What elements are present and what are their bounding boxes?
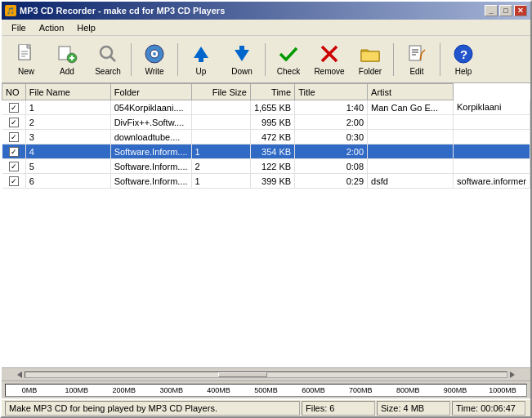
row-checkbox-cell (2, 115, 26, 130)
row-folder (191, 100, 250, 115)
row-no: 2 (25, 115, 110, 130)
file-list[interactable]: NO File Name Folder File Size Time Title… (2, 83, 530, 367)
up-label: Up (196, 67, 207, 76)
search-button[interactable]: Search (88, 39, 127, 80)
add-label: Add (60, 67, 74, 76)
svg-rect-20 (409, 46, 421, 60)
menu-file[interactable]: File (5, 21, 33, 34)
table-row[interactable]: 4Software.Inform....1354 KB2:00 (2, 145, 530, 159)
row-checkbox[interactable] (9, 118, 19, 127)
progress-200mb: 200MB (101, 386, 148, 394)
up-button[interactable]: Up (181, 39, 221, 80)
search-label: Search (95, 67, 121, 76)
main-window: 🎵 MP3 CD Recorder - make cd for MP3 CD P… (0, 0, 532, 418)
row-filename: downloadtube.... (110, 130, 191, 145)
row-filesize: 472 KB (250, 130, 294, 145)
scroll-left-icon[interactable] (15, 370, 25, 380)
col-artist: Artist (368, 84, 454, 100)
progress-1000mb: 1000MB (479, 386, 526, 394)
row-folder: 1 (191, 174, 250, 189)
row-checkbox[interactable] (9, 162, 19, 171)
row-checkbox-cell (2, 145, 26, 159)
write-button[interactable]: Write (135, 39, 174, 80)
maximize-button[interactable]: □ (499, 5, 512, 16)
row-filesize: 399 KB (250, 174, 294, 189)
row-folder: 2 (191, 159, 250, 174)
row-artist (454, 145, 530, 159)
table-row[interactable]: 6Software.Inform....1399 KB0:29dsfdsoftw… (2, 174, 530, 189)
title-bar: 🎵 MP3 CD Recorder - make cd for MP3 CD P… (2, 2, 530, 20)
menu-action[interactable]: Action (33, 21, 71, 34)
svg-line-9 (110, 56, 115, 61)
svg-line-24 (422, 50, 425, 53)
row-artist (454, 159, 530, 174)
scroll-right-icon[interactable] (507, 370, 517, 380)
new-label: New (18, 67, 34, 76)
svg-rect-16 (239, 46, 244, 50)
table-row[interactable]: 3downloadtube....472 KB0:30 (2, 130, 530, 145)
new-icon (15, 42, 38, 65)
search-icon (96, 42, 119, 65)
row-no: 5 (25, 159, 110, 174)
scrollbar-track[interactable] (25, 371, 507, 378)
row-title (368, 130, 454, 145)
progress-600mb: 600MB (289, 386, 337, 394)
row-no: 4 (25, 145, 110, 159)
add-button[interactable]: Add (47, 39, 87, 80)
progress-400mb: 400MB (195, 386, 243, 394)
down-button[interactable]: Down (222, 39, 262, 80)
write-label: Write (145, 67, 163, 76)
check-icon (277, 42, 300, 65)
row-title (368, 159, 454, 174)
row-no: 6 (25, 174, 110, 189)
row-checkbox[interactable] (9, 176, 19, 186)
row-no: 1 (25, 100, 110, 115)
help-button[interactable]: ? Help (444, 39, 483, 80)
col-no: NO (2, 84, 26, 100)
window-controls: _ □ ✕ (485, 5, 527, 16)
toolbar-sep-4 (393, 43, 394, 76)
help-label: Help (455, 67, 472, 76)
progress-800mb: 800MB (384, 386, 431, 394)
remove-button[interactable]: Remove (310, 39, 349, 80)
table-row[interactable]: 1054Korpiklaani....1,655 KB1:40Man Can G… (2, 100, 530, 115)
scrollbar-thumb[interactable] (218, 372, 267, 377)
menu-help[interactable]: Help (70, 21, 102, 34)
folder-label: Folder (359, 67, 382, 76)
svg-marker-15 (235, 50, 249, 61)
check-label: Check (277, 67, 300, 76)
table-row[interactable]: 5Software.Inform....2122 KB0:08 (2, 159, 530, 174)
progress-700mb: 700MB (337, 386, 384, 394)
toolbar-sep-1 (131, 43, 132, 76)
edit-button[interactable]: Edit (397, 39, 436, 80)
svg-marker-29 (510, 371, 515, 378)
horizontal-scrollbar[interactable] (2, 367, 530, 380)
svg-marker-13 (194, 47, 208, 58)
close-button[interactable]: ✕ (514, 5, 527, 16)
progress-track: 0MB 100MB 200MB 300MB 400MB 500MB 600MB … (5, 384, 527, 397)
row-checkbox-cell (2, 174, 26, 189)
row-artist: software.informer (454, 174, 530, 189)
svg-rect-14 (199, 58, 203, 62)
toolbar-sep-3 (265, 43, 266, 76)
row-artist (454, 115, 530, 130)
row-time: 0:08 (295, 159, 368, 174)
add-icon (56, 42, 78, 65)
app-icon: 🎵 (5, 5, 16, 16)
col-filesize: File Size (191, 84, 250, 100)
minimize-button[interactable]: _ (485, 5, 498, 16)
row-title (368, 115, 454, 130)
row-time: 0:29 (295, 174, 368, 189)
row-filename: Software.Inform.... (110, 145, 191, 159)
row-checkbox[interactable] (9, 103, 19, 113)
folder-button[interactable]: Folder (351, 39, 390, 80)
check-button[interactable]: Check (269, 39, 308, 80)
toolbar-sep-5 (440, 43, 440, 76)
new-button[interactable]: New (7, 39, 46, 80)
row-no: 3 (25, 130, 110, 145)
table-header: NO File Name Folder File Size Time Title… (2, 84, 530, 100)
table-row[interactable]: 2DivFix++.Softw....995 KB2:00 (2, 115, 530, 130)
up-icon (190, 42, 212, 65)
row-checkbox[interactable] (9, 147, 19, 157)
row-checkbox[interactable] (9, 132, 19, 142)
